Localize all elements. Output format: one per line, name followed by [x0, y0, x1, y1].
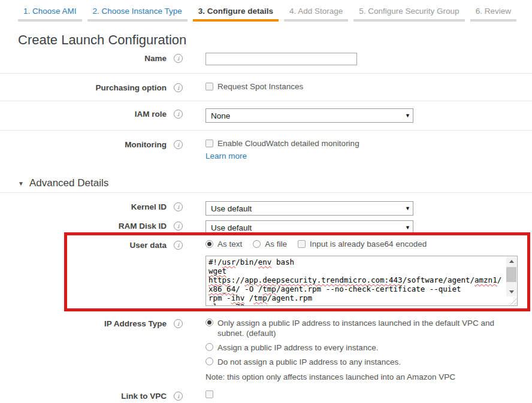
ram-disk-id-select[interactable]: Use default ▼	[205, 220, 413, 235]
caret-down-icon: ▼	[18, 180, 24, 187]
chevron-down-icon: ▼	[405, 113, 410, 119]
ip-address-type-row: IP Address Type i Only assign a public I…	[0, 318, 532, 382]
ip-no-public-radio[interactable]	[205, 357, 213, 365]
tab-review: 6. Review	[470, 5, 516, 22]
monitoring-row: Monitoring i Enable CloudWatch detailed …	[0, 131, 532, 160]
learn-more-link[interactable]: Learn more	[205, 151, 247, 160]
info-icon[interactable]: i	[174, 392, 183, 401]
advanced-details-title: Advanced Details	[29, 177, 108, 189]
ip-every-instance-label: Assign a public IP address to every inst…	[217, 343, 378, 353]
scroll-down-button[interactable]	[506, 287, 516, 296]
wizard-tabs: 1. Choose AMI 2. Choose Instance Type 3.…	[0, 0, 532, 22]
info-icon[interactable]: i	[174, 83, 183, 92]
ip-default-vpc-label: Only assign a public IP address to insta…	[217, 318, 520, 338]
tab-configure-security-group: 5. Configure Security Group	[353, 5, 464, 22]
chevron-down-icon: ▼	[405, 205, 410, 211]
cloudwatch-monitoring-label: Enable CloudWatch detailed monitoring	[217, 139, 359, 148]
as-text-radio[interactable]	[205, 240, 213, 248]
ip-address-type-label: IP Address Type	[104, 319, 167, 328]
as-file-radio[interactable]	[253, 240, 261, 248]
scrollbar[interactable]	[506, 257, 516, 296]
user-data-row: User data i As text As file Input is alr…	[0, 240, 532, 306]
kernel-id-select[interactable]: Use default ▼	[205, 201, 413, 216]
as-text-label: As text	[217, 240, 242, 249]
ip-default-vpc-radio[interactable]	[205, 319, 213, 326]
scroll-thumb[interactable]	[506, 267, 516, 282]
resize-grip-icon[interactable]	[509, 297, 516, 305]
scroll-up-button[interactable]	[506, 257, 516, 266]
tab-choose-ami[interactable]: 1. Choose AMI	[18, 5, 82, 22]
purchasing-option-label: Purchasing option	[95, 83, 167, 92]
iam-role-label: IAM role	[135, 110, 167, 119]
iam-role-row: IAM role i None ▼	[0, 101, 532, 130]
tab-configure-details[interactable]: 3. Configure details	[193, 5, 279, 22]
page-title: Create Launch Configuration	[18, 32, 532, 48]
name-input[interactable]	[205, 53, 357, 65]
info-icon[interactable]: i	[174, 202, 183, 211]
divider	[0, 192, 532, 193]
link-to-vpc-row: Link to VPC i	[0, 390, 532, 401]
kernel-id-selected-value: Use default	[211, 204, 252, 213]
cloudwatch-monitoring-checkbox[interactable]	[205, 140, 213, 147]
as-file-label: As file	[265, 240, 287, 249]
iam-role-selected-value: None	[211, 111, 230, 120]
monitoring-label: Monitoring	[125, 140, 167, 149]
info-icon[interactable]: i	[174, 319, 183, 328]
info-icon[interactable]: i	[174, 54, 183, 63]
ram-disk-id-label: RAM Disk ID	[119, 222, 167, 231]
arrow-up-icon	[509, 260, 514, 263]
user-data-label: User data	[129, 241, 167, 250]
ip-no-public-label: Do not assign a public IP address to any…	[217, 357, 401, 367]
request-spot-instances-label: Request Spot Instances	[217, 82, 303, 91]
ip-address-note: Note: this option only affects instances…	[205, 372, 520, 382]
link-to-vpc-label: Link to VPC	[121, 392, 167, 401]
info-icon[interactable]: i	[174, 241, 183, 250]
request-spot-instances-checkbox[interactable]	[205, 83, 213, 90]
info-icon[interactable]: i	[174, 222, 183, 231]
user-data-script: #!/usr/bin/env bash wget https://app.dee…	[208, 257, 503, 306]
chevron-down-icon: ▼	[405, 225, 410, 231]
arrow-down-icon	[509, 290, 514, 293]
kernel-id-row: Kernel ID i Use default ▼	[0, 201, 532, 216]
base64-encoded-checkbox[interactable]	[298, 240, 306, 248]
kernel-id-label: Kernel ID	[131, 202, 167, 211]
user-data-textarea[interactable]: #!/usr/bin/env bash wget https://app.dee…	[205, 256, 518, 306]
name-label: Name	[144, 54, 167, 63]
tab-choose-instance-type[interactable]: 2. Choose Instance Type	[87, 5, 188, 22]
ip-every-instance-radio[interactable]	[205, 343, 213, 351]
info-icon[interactable]: i	[174, 140, 183, 149]
ram-disk-id-row: RAM Disk ID i Use default ▼	[0, 220, 532, 235]
iam-role-select[interactable]: None ▼	[205, 108, 413, 123]
link-to-vpc-checkbox[interactable]	[205, 390, 213, 398]
name-row: Name i	[0, 53, 532, 65]
tab-add-storage: 4. Add Storage	[284, 5, 348, 22]
base64-encoded-label: Input is already base64 encoded	[310, 240, 427, 249]
advanced-details-toggle[interactable]: ▼ Advanced Details	[18, 177, 532, 189]
purchasing-option-row: Purchasing option i Request Spot Instanc…	[0, 74, 532, 101]
info-icon[interactable]: i	[174, 110, 183, 119]
ram-disk-id-selected-value: Use default	[211, 223, 252, 232]
